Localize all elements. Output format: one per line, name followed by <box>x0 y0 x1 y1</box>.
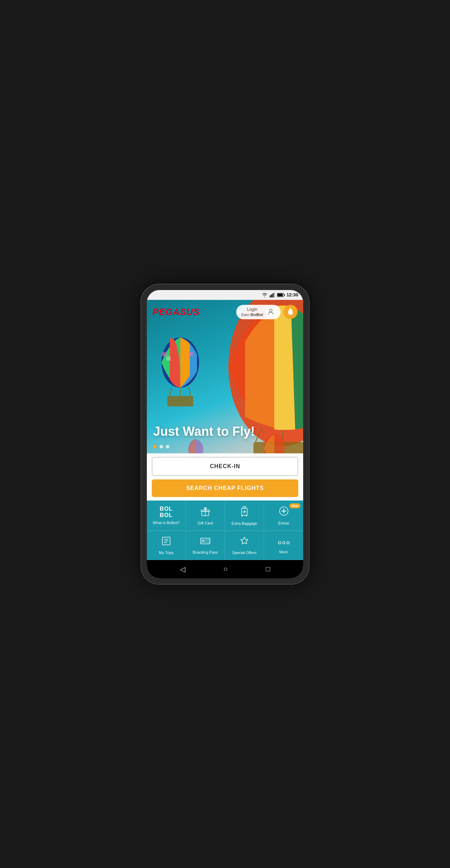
extras-icon <box>279 506 289 519</box>
more-label: More <box>279 550 288 554</box>
svg-rect-5 <box>277 294 283 296</box>
hero-tagline: Just Want to Fly! <box>147 419 303 442</box>
more-item[interactable]: More <box>264 531 303 560</box>
back-button[interactable]: ◁ <box>180 565 185 573</box>
user-icon <box>266 307 276 317</box>
svg-line-18 <box>189 387 191 396</box>
svg-line-16 <box>170 387 172 396</box>
phone-frame: 12:30 <box>140 284 310 585</box>
notifications-button[interactable] <box>283 305 298 319</box>
svg-rect-1 <box>271 294 272 297</box>
extra-baggage-item[interactable]: Extra Baggage <box>225 501 264 531</box>
home-button[interactable]: ○ <box>223 565 227 573</box>
new-badge: New <box>289 503 300 508</box>
gift-icon <box>200 506 211 519</box>
bolbol-item[interactable]: BOLBOL What is Bolbol? <box>147 501 186 531</box>
svg-rect-6 <box>284 294 285 296</box>
login-label: Login <box>247 307 257 313</box>
svg-point-45 <box>282 541 285 544</box>
svg-rect-13 <box>162 352 167 356</box>
signal-icon <box>270 293 275 297</box>
android-nav-bar: ◁ ○ □ <box>147 560 303 578</box>
logo: PEGASUS <box>152 307 200 317</box>
dot-3[interactable] <box>166 445 169 448</box>
app-header: PEGASUS Login Earn BolBol <box>147 300 303 323</box>
phone-screen: 12:30 <box>147 290 303 578</box>
extras-label: Extras <box>278 521 289 525</box>
svg-point-46 <box>287 541 289 544</box>
bolbol-brand: BolBol <box>251 313 263 317</box>
svg-point-12 <box>162 337 199 388</box>
trips-icon <box>161 536 171 548</box>
login-button[interactable]: Login Earn BolBol <box>236 305 281 320</box>
my-trips-label: My Trips <box>159 551 174 555</box>
extra-baggage-label: Extra Baggage <box>232 521 257 526</box>
svg-rect-19 <box>167 396 193 407</box>
svg-point-27 <box>290 314 291 315</box>
svg-point-35 <box>246 515 247 516</box>
search-flights-button[interactable]: SEARCH CHEAP FLIGHTS <box>152 479 298 497</box>
gift-card-item[interactable]: Gift Card <box>186 501 225 531</box>
gift-card-label: Gift Card <box>198 521 213 525</box>
svg-rect-14 <box>167 356 171 360</box>
battery-icon <box>277 293 285 297</box>
boarding-icon <box>200 536 211 548</box>
hero-section: PEGASUS Login Earn BolBol <box>147 300 303 501</box>
svg-rect-31 <box>243 507 246 508</box>
status-time: 12:30 <box>287 292 298 297</box>
wifi-icon <box>262 293 268 297</box>
svg-point-43 <box>202 540 204 542</box>
status-icons: 12:30 <box>262 292 298 297</box>
boarding-pass-item[interactable]: Boarding Pass <box>186 531 225 560</box>
recents-button[interactable]: □ <box>266 565 270 573</box>
svg-rect-2 <box>273 293 274 297</box>
boarding-pass-label: Boarding Pass <box>193 550 218 554</box>
svg-point-26 <box>269 309 272 312</box>
service-grid-row1: BOLBOL What is Bolbol? Gift Card <box>147 501 303 531</box>
svg-rect-15 <box>189 352 193 356</box>
hero-tagline-text: Just Want to Fly! <box>153 424 297 439</box>
baggage-icon <box>239 505 249 519</box>
checkin-button[interactable]: CHECK-IN <box>152 457 298 476</box>
svg-rect-3 <box>274 293 275 297</box>
extras-item[interactable]: New Extras <box>264 501 303 531</box>
login-pill-text: Login Earn BolBol <box>241 307 263 317</box>
header-right: Login Earn BolBol <box>236 305 298 320</box>
dot-2[interactable] <box>160 445 163 448</box>
bolbol-label: What is Bolbol? <box>153 521 180 525</box>
dot-1[interactable] <box>153 445 157 448</box>
svg-point-34 <box>242 515 243 516</box>
action-buttons: CHECK-IN SEARCH CHEAP FLIGHTS <box>147 453 303 501</box>
my-trips-item[interactable]: My Trips <box>147 531 186 560</box>
special-offers-label: Special Offers <box>232 551 257 555</box>
carousel-dots <box>147 442 303 453</box>
offers-icon <box>239 536 250 548</box>
special-offers-item[interactable]: Special Offers <box>225 531 264 560</box>
svg-point-44 <box>278 541 281 544</box>
svg-rect-0 <box>270 295 271 297</box>
more-icon <box>278 537 290 548</box>
service-grid-row2: My Trips Boarding Pass <box>147 531 303 560</box>
earn-bolbol-label: Earn BolBol <box>241 312 263 317</box>
bolbol-logo: BOLBOL <box>160 506 173 518</box>
status-bar: 12:30 <box>147 290 303 300</box>
